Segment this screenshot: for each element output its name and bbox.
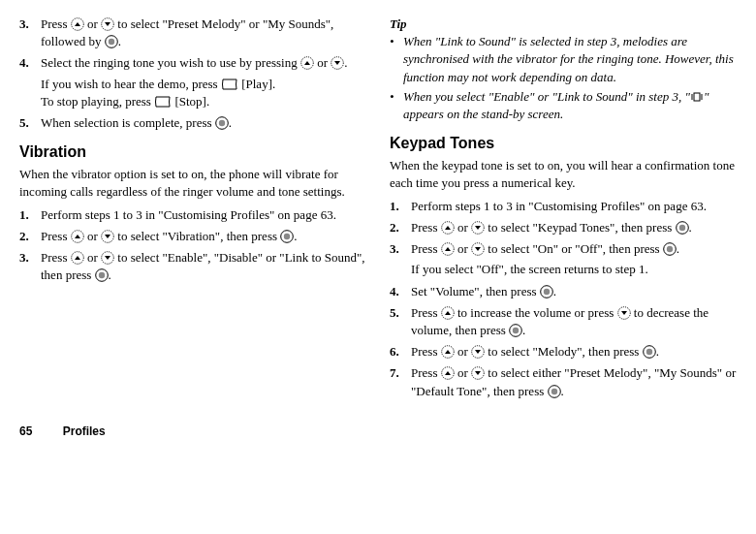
ok-key-icon xyxy=(105,35,118,48)
tip-text: When you select "Enable" or "Link to Sou… xyxy=(403,88,737,123)
up-key-icon xyxy=(441,242,455,256)
step-body: Press or to select "Vibration", then pre… xyxy=(41,228,366,245)
step-number: 6. xyxy=(390,343,411,361)
step-number: 2. xyxy=(19,228,41,245)
up-key-icon xyxy=(71,230,84,243)
keypad-step-6: 6. Press or to select "Melody", then pre… xyxy=(390,343,737,361)
down-key-icon xyxy=(471,221,485,235)
ok-key-icon xyxy=(643,345,656,359)
text: If you wish to hear the demo, press xyxy=(41,77,221,91)
step-body: Set "Volume", then press . xyxy=(411,283,737,300)
down-key-icon xyxy=(101,17,114,31)
svg-point-32 xyxy=(513,328,519,333)
text: Set "Volume", then press xyxy=(411,284,540,298)
step-number: 5. xyxy=(19,114,41,132)
bullet: • xyxy=(390,88,403,123)
step-number: 3. xyxy=(19,16,41,50)
bullet: • xyxy=(390,33,403,86)
step-body: Press or to select "Enable", "Disable" o… xyxy=(41,249,366,284)
text: or xyxy=(455,220,471,235)
content-columns: 3. Press or to select "Preset Melody" or… xyxy=(19,16,737,404)
step-body: Perform steps 1 to 3 in "Customising Pro… xyxy=(411,198,737,215)
ok-key-icon xyxy=(215,116,229,130)
ok-key-icon xyxy=(663,242,677,256)
keypad-step-5: 5. Press to increase the volume or press… xyxy=(390,304,737,339)
svg-point-7 xyxy=(219,120,225,126)
up-key-icon xyxy=(300,56,314,70)
svg-point-26 xyxy=(667,246,673,252)
ok-key-icon xyxy=(95,268,109,282)
svg-point-28 xyxy=(544,288,550,294)
sub-line: If you wish to hear the demo, press [Pla… xyxy=(41,76,366,93)
ok-key-icon xyxy=(540,285,553,298)
step-body: When selection is complete, press . xyxy=(41,114,366,132)
text: or xyxy=(455,344,471,359)
step-body: Select the ringing tone you wish to use … xyxy=(41,54,366,110)
text: or xyxy=(84,229,101,243)
keypad-intro: When the keypad tone is set to on, you w… xyxy=(390,157,737,192)
svg-point-3 xyxy=(109,39,114,45)
up-key-icon xyxy=(441,306,455,320)
text: . xyxy=(689,220,692,235)
text: . xyxy=(344,55,347,70)
text: to increase the volume or press xyxy=(455,305,617,320)
vibration-step-3: 3. Press or to select "Enable", "Disable… xyxy=(19,249,366,284)
step-number: 1. xyxy=(19,206,41,224)
step-number: 1. xyxy=(390,198,411,215)
softkey-icon xyxy=(154,95,172,109)
keypad-step-7: 7. Press or to select either "Preset Mel… xyxy=(390,364,737,399)
step-body: Press or to select "Preset Melody" or "M… xyxy=(41,16,366,50)
up-key-icon xyxy=(441,366,455,380)
keypad-step-3: 3. Press or to select "On" or "Off", the… xyxy=(390,240,737,278)
ok-key-icon xyxy=(509,324,522,337)
step-number: 5. xyxy=(390,304,411,339)
text: or xyxy=(455,241,471,256)
vibration-step-2: 2. Press or to select "Vibration", then … xyxy=(19,228,366,245)
step-body: Press or to select "On" or "Off", then p… xyxy=(411,240,737,278)
up-key-icon xyxy=(441,221,455,235)
tip-heading: Tip xyxy=(390,16,737,33)
sub-line: To stop playing, press [Stop]. xyxy=(41,93,366,110)
text: Press xyxy=(411,220,441,235)
step-number: 2. xyxy=(390,219,411,236)
text: . xyxy=(553,284,556,298)
sub-line: If you select "Off", the screen returns … xyxy=(411,261,737,278)
down-key-icon xyxy=(331,56,344,70)
text: or xyxy=(314,55,331,70)
step-body: Perform steps 1 to 3 in "Customising Pro… xyxy=(41,206,366,224)
text: [Play]. xyxy=(238,77,275,91)
down-key-icon xyxy=(617,306,631,320)
svg-rect-16 xyxy=(694,93,700,101)
text: to select "Vibration", then press xyxy=(114,229,280,243)
text: to select "Keypad Tones", then press xyxy=(485,220,675,235)
text: . xyxy=(522,323,525,337)
text: . xyxy=(118,34,121,48)
page-footer: 65 Profiles xyxy=(19,424,737,440)
softkey-icon xyxy=(221,78,238,91)
svg-point-36 xyxy=(646,349,651,355)
tip-text: When "Link to Sound" is selected in step… xyxy=(403,33,737,86)
text: to select "On" or "Off", then press xyxy=(485,241,663,256)
text: [Stop]. xyxy=(172,94,209,109)
text: or xyxy=(84,250,101,265)
down-key-icon xyxy=(101,251,114,265)
text: Press xyxy=(411,241,441,256)
text: to select "Melody", then press xyxy=(485,344,643,359)
text: or xyxy=(455,365,471,380)
vibration-step-1: 1. Perform steps 1 to 3 in "Customising … xyxy=(19,206,366,224)
text: or xyxy=(84,16,101,31)
left-step-3: 3. Press or to select "Preset Melody" or… xyxy=(19,16,366,50)
keypad-step-1: 1. Perform steps 1 to 3 in "Customising … xyxy=(390,198,737,215)
ok-key-icon xyxy=(548,385,561,398)
text: . xyxy=(229,115,232,130)
down-key-icon xyxy=(471,242,485,256)
step-body: Press or to select either "Preset Melody… xyxy=(411,364,737,399)
section-name: Profiles xyxy=(63,424,106,438)
text: When selection is complete, press xyxy=(41,115,215,130)
step-body: Press or to select "Keypad Tones", then … xyxy=(411,219,737,236)
step-body: Press to increase the volume or press to… xyxy=(411,304,737,339)
keypad-heading: Keypad Tones xyxy=(390,133,737,154)
svg-point-40 xyxy=(551,388,556,393)
left-step-4: 4. Select the ringing tone you wish to u… xyxy=(19,54,366,110)
down-key-icon xyxy=(471,345,485,359)
